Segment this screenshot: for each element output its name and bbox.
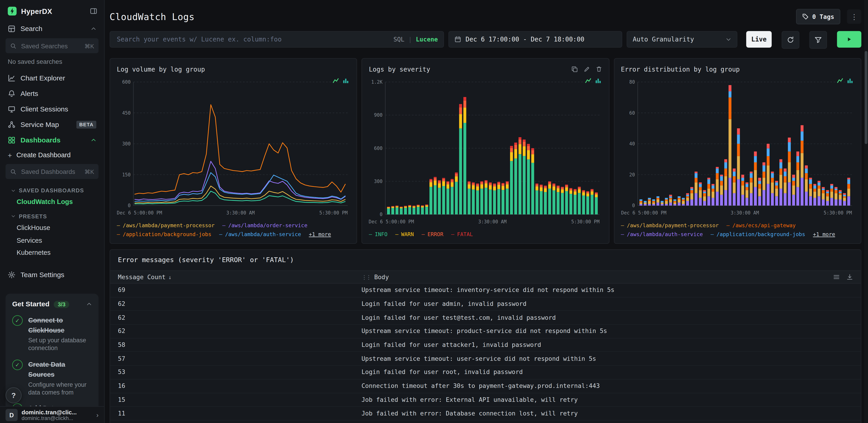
column-label: Message Count bbox=[118, 274, 165, 281]
granularity-value: Auto Granularity bbox=[633, 35, 694, 43]
page-scrollbar[interactable] bbox=[864, 0, 868, 423]
legend-item[interactable]: —ERROR bbox=[422, 231, 443, 238]
collapse-sidebar-icon[interactable] bbox=[90, 7, 97, 15]
legend-more[interactable]: +1 more bbox=[813, 231, 835, 238]
bar-chart-toggle-icon[interactable] bbox=[343, 78, 349, 84]
table-row[interactable]: 57Upstream service timeout: user-service… bbox=[110, 352, 861, 366]
plot-area[interactable]: 020406080Dec 6 5:00:00 PM3:30:00 AM5:30:… bbox=[621, 76, 854, 219]
user-menu[interactable]: D dominic.tran@clic... dominic.tran@clic… bbox=[0, 406, 104, 423]
sidebar-item-service-map[interactable]: Service Map BETA bbox=[0, 117, 104, 133]
help-button[interactable]: ? bbox=[5, 387, 22, 403]
sidebar-item-chart-explorer[interactable]: Chart Explorer bbox=[0, 70, 104, 86]
sidebar-item-cloudwatch-logs[interactable]: CloudWatch Logs bbox=[0, 196, 104, 208]
sidebar-item-services[interactable]: Services bbox=[0, 234, 104, 247]
legend-more[interactable]: +1 more bbox=[309, 231, 331, 238]
check-icon: ✓ bbox=[12, 359, 23, 370]
saved-dashboards-section[interactable]: SAVED DASHBOARDS bbox=[0, 182, 104, 196]
legend-item[interactable]: —/aws/lambda/payment-processor bbox=[117, 222, 215, 229]
get-started-progress-badge: 3/3 bbox=[54, 301, 69, 308]
bar-chart-toggle-icon[interactable] bbox=[595, 78, 601, 84]
columns-icon[interactable] bbox=[833, 274, 840, 280]
lucene-mode-toggle[interactable]: Lucene bbox=[416, 36, 438, 43]
column-body[interactable]: ⋮⋮ Body bbox=[362, 274, 827, 281]
get-started-item[interactable]: ✓ Connect to ClickHouse Set up your data… bbox=[12, 315, 92, 352]
saved-dashboards-field[interactable] bbox=[20, 168, 81, 175]
sidebar-item-label: Service Map bbox=[21, 121, 59, 129]
page-title: CloudWatch Logs bbox=[110, 11, 194, 22]
sidebar-item-client-sessions[interactable]: Client Sessions bbox=[0, 102, 104, 117]
sidebar-item-label: Search bbox=[21, 25, 42, 33]
plot-area[interactable]: 0150300450600Dec 6 5:00:00 PM3:30:00 AM5… bbox=[117, 76, 350, 219]
table-row[interactable]: 15Job failed with error: External API un… bbox=[110, 393, 861, 407]
svg-text:20: 20 bbox=[629, 172, 635, 177]
line-chart-toggle-icon[interactable] bbox=[837, 78, 843, 84]
legend-item[interactable]: —/aws/lambda/auth-service bbox=[219, 231, 301, 238]
page-menu-button[interactable]: ⋮ bbox=[847, 9, 861, 24]
legend-item[interactable]: —/aws/lambda/order-service bbox=[222, 222, 307, 229]
table-row[interactable]: 62Login failed for user admin, invalid p… bbox=[110, 298, 861, 311]
get-started-item[interactable]: ✓ Create Data Sources Configure where yo… bbox=[12, 359, 92, 396]
table-row[interactable]: 62Login failed for user test@test.com, i… bbox=[110, 311, 861, 325]
sidebar-item-alerts[interactable]: Alerts bbox=[0, 86, 104, 102]
legend-item[interactable]: —/aws/lambda/auth-service bbox=[621, 231, 703, 238]
sql-mode-toggle[interactable]: SQL bbox=[394, 36, 404, 43]
get-started-header[interactable]: Get Started 3/3 bbox=[12, 301, 92, 308]
table-row[interactable]: 58Login failed for user attacker1, inval… bbox=[110, 338, 861, 352]
sidebar-item-search[interactable]: Search bbox=[0, 21, 104, 36]
saved-searches-field[interactable] bbox=[20, 42, 81, 50]
create-dashboard-button[interactable]: + Create Dashboard bbox=[0, 148, 104, 162]
legend-item[interactable]: —FATAL bbox=[451, 231, 473, 238]
line-chart-toggle-icon[interactable] bbox=[333, 78, 339, 84]
pencil-icon[interactable] bbox=[583, 66, 590, 73]
granularity-select[interactable]: Auto Granularity bbox=[627, 31, 737, 48]
saved-dashboards-input[interactable]: ⌘K bbox=[5, 164, 98, 179]
no-saved-searches-note: No saved searches bbox=[0, 57, 104, 70]
column-message-count[interactable]: Message Count ↓ bbox=[118, 274, 362, 281]
svg-text:60: 60 bbox=[629, 110, 635, 116]
download-icon[interactable] bbox=[846, 274, 853, 280]
live-button[interactable]: Live bbox=[746, 31, 772, 48]
svg-text:80: 80 bbox=[629, 79, 635, 85]
table-row[interactable]: 62Upstream service timeout: product-serv… bbox=[110, 325, 861, 338]
event-search-input[interactable] bbox=[116, 35, 389, 44]
sidebar-item-team-settings[interactable]: Team Settings bbox=[0, 267, 104, 283]
tags-button[interactable]: 0 Tags bbox=[796, 9, 840, 24]
legend-item[interactable]: —/aws/ecs/api-gateway bbox=[726, 222, 796, 229]
legend-item[interactable]: —/aws/lambda/payment-processor bbox=[621, 222, 719, 229]
svg-text:900: 900 bbox=[374, 112, 382, 118]
legend-item[interactable]: —/application/background-jobs bbox=[711, 231, 805, 238]
copy-icon[interactable] bbox=[571, 66, 578, 73]
plot-area[interactable]: 03006009001.2KDec 6 5:00:00 PM3:30:00 AM… bbox=[369, 76, 602, 228]
refresh-button[interactable] bbox=[782, 31, 800, 49]
sidebar-item-kubernetes[interactable]: Kubernetes bbox=[0, 247, 104, 259]
filter-button[interactable] bbox=[809, 31, 827, 49]
bar-chart-toggle-icon[interactable] bbox=[847, 78, 853, 84]
table-row[interactable]: 11Job failed with error: Database connec… bbox=[110, 407, 861, 421]
legend-item[interactable]: —/application/background-jobs bbox=[117, 231, 211, 238]
get-started-card: Get Started 3/3 ✓ Connect to ClickHouse … bbox=[5, 294, 98, 423]
table-row[interactable]: 69Upstream service timeout: inventory-se… bbox=[110, 284, 861, 298]
error-table-body: 69Upstream service timeout: inventory-se… bbox=[110, 284, 861, 421]
brand-name: HyperDX bbox=[21, 7, 52, 15]
time-range-picker[interactable]: Dec 6 17:00:00 - Dec 7 18:00:00 bbox=[448, 31, 622, 48]
table-header: Message Count ↓ ⋮⋮ Body bbox=[110, 270, 861, 284]
scrollbar-thumb[interactable] bbox=[865, 51, 867, 144]
svg-text:0: 0 bbox=[128, 203, 130, 208]
line-chart-toggle-icon[interactable] bbox=[585, 78, 591, 84]
table-row[interactable]: 53Login failed for user root, invalid pa… bbox=[110, 366, 861, 379]
table-row[interactable]: 16Connection timeout after 30s to paymen… bbox=[110, 379, 861, 393]
presets-section[interactable]: PRESETS bbox=[0, 208, 104, 222]
trash-icon[interactable] bbox=[595, 66, 602, 73]
chart-error-distribution: Error distribution by log group 02040608… bbox=[614, 58, 861, 244]
legend-item[interactable]: —WARN bbox=[395, 231, 414, 238]
sidebar-item-dashboards[interactable]: Dashboards bbox=[0, 133, 104, 148]
saved-searches-input[interactable]: ⌘K bbox=[5, 38, 98, 53]
svg-text:5:30:00 PM: 5:30:00 PM bbox=[319, 210, 347, 216]
sidebar-item-clickhouse[interactable]: ClickHouse bbox=[0, 222, 104, 234]
legend-item[interactable]: —INFO bbox=[369, 231, 388, 238]
run-query-button[interactable] bbox=[837, 31, 861, 48]
svg-text:600: 600 bbox=[374, 146, 382, 151]
svg-text:Dec 6 5:00:00 PM: Dec 6 5:00:00 PM bbox=[117, 210, 162, 216]
section-label-text: SAVED DASHBOARDS bbox=[19, 187, 84, 194]
svg-text:3:30:00 AM: 3:30:00 AM bbox=[731, 210, 759, 216]
